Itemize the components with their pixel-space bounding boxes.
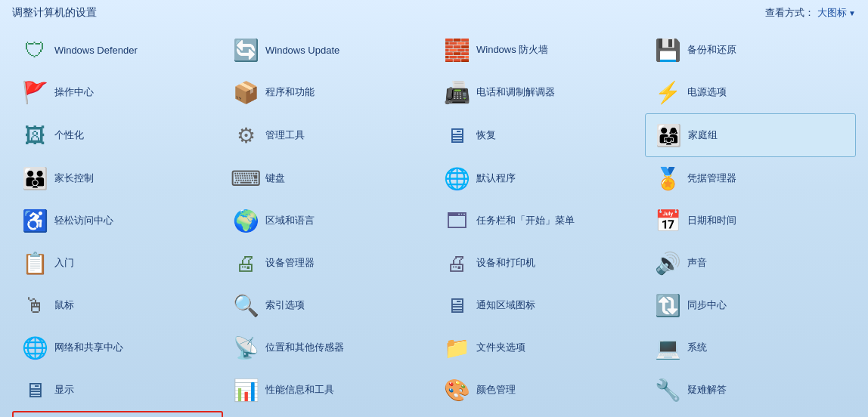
action-label: 操作中心 bbox=[54, 85, 94, 99]
grid-item-devmgr[interactable]: 🖨设备管理器 bbox=[223, 242, 434, 284]
view-mode-dropdown[interactable]: 大图标 ▼ bbox=[817, 6, 856, 20]
grid-item-gadget[interactable]: 🗔桌面小工具 bbox=[434, 411, 645, 417]
location-icon: 📡 bbox=[232, 334, 259, 361]
keyboard-label: 键盘 bbox=[265, 171, 285, 185]
grid-item-system[interactable]: 💻系统 bbox=[645, 326, 856, 369]
admin-icon: ⚙ bbox=[232, 122, 259, 149]
grid-item-credential[interactable]: 🏅凭据管理器 bbox=[645, 157, 856, 199]
view-mode-text: 大图标 bbox=[817, 6, 847, 20]
programs-label: 程序和功能 bbox=[265, 85, 315, 99]
grid-item-perf[interactable]: 📊性能信息和工具 bbox=[223, 369, 434, 411]
grid-item-personalize[interactable]: 🖼个性化 bbox=[12, 113, 223, 157]
grid-item-region[interactable]: 🌍区域和语言 bbox=[223, 199, 434, 242]
update-icon: 🔄 bbox=[232, 36, 259, 63]
personalize-label: 个性化 bbox=[54, 128, 84, 142]
grid-item-user[interactable]: 👤用户帐户 bbox=[12, 411, 223, 417]
defender-label: Windows Defender bbox=[54, 45, 138, 56]
grid-item-parental[interactable]: 👪家长控制 bbox=[12, 157, 223, 199]
grid-item-sound[interactable]: 🔊声音 bbox=[645, 242, 856, 284]
datetime-label: 日期和时间 bbox=[687, 214, 736, 227]
region-label: 区域和语言 bbox=[265, 214, 315, 227]
personalize-icon: 🖼 bbox=[21, 122, 48, 149]
grid-item-update[interactable]: 🔄Windows Update bbox=[223, 29, 434, 71]
phone-icon: 📠 bbox=[443, 79, 470, 106]
folder-label: 文件夹选项 bbox=[476, 341, 525, 354]
trouble-icon: 🔧 bbox=[654, 376, 681, 403]
network-icon: 🌐 bbox=[21, 334, 48, 361]
notify-label: 通知区域图标 bbox=[476, 298, 535, 312]
system-label: 系统 bbox=[687, 341, 707, 354]
grid-item-color[interactable]: 🎨颜色管理 bbox=[434, 369, 645, 411]
recovery-icon: 🖥 bbox=[443, 122, 470, 149]
grid-item-power[interactable]: ⚡电源选项 bbox=[645, 71, 856, 113]
indexing-label: 索引选项 bbox=[265, 298, 305, 312]
devmgr-icon: 🖨 bbox=[232, 249, 259, 276]
grid-item-devprinter[interactable]: 🖨设备和打印机 bbox=[434, 242, 645, 284]
sound-icon: 🔊 bbox=[654, 249, 681, 276]
homegroup-label: 家庭组 bbox=[688, 128, 718, 142]
grid-item-homegroup[interactable]: 👨‍👩‍👧家庭组 bbox=[645, 113, 856, 157]
credential-label: 凭据管理器 bbox=[687, 171, 736, 185]
system-icon: 💻 bbox=[654, 334, 681, 361]
mouse-icon: 🖱 bbox=[21, 292, 48, 319]
view-label: 查看方式： bbox=[765, 6, 814, 20]
power-icon: ⚡ bbox=[654, 79, 681, 106]
trouble-label: 疑难解答 bbox=[687, 383, 727, 397]
grid-item-trouble[interactable]: 🔧疑难解答 bbox=[645, 369, 856, 411]
parental-icon: 👪 bbox=[21, 165, 48, 192]
grid-item-folder[interactable]: 📁文件夹选项 bbox=[434, 326, 645, 369]
grid-item-getstarted[interactable]: 📋入门 bbox=[12, 242, 223, 284]
grid-item-keyboard[interactable]: ⌨键盘 bbox=[223, 157, 434, 199]
grid-item-taskbar[interactable]: 🗔任务栏和「开始」菜单 bbox=[434, 199, 645, 242]
grid-item-speech[interactable]: 🎤语音识别 bbox=[223, 411, 434, 417]
grid-item-ease[interactable]: ♿轻松访问中心 bbox=[12, 199, 223, 242]
recovery-label: 恢复 bbox=[476, 128, 496, 142]
folder-icon: 📁 bbox=[443, 334, 470, 361]
control-panel-grid: 🛡Windows Defender🔄Windows Update🧱Windows… bbox=[0, 23, 868, 417]
grid-item-defender[interactable]: 🛡Windows Defender bbox=[12, 29, 223, 71]
getstarted-label: 入门 bbox=[54, 256, 74, 270]
sound-label: 声音 bbox=[687, 256, 707, 270]
notify-icon: 🖥 bbox=[443, 292, 470, 319]
backup-icon: 💾 bbox=[654, 36, 681, 63]
network-label: 网络和共享中心 bbox=[54, 341, 123, 354]
default-label: 默认程序 bbox=[476, 171, 516, 185]
grid-item-location[interactable]: 📡位置和其他传感器 bbox=[223, 326, 434, 369]
datetime-icon: 📅 bbox=[654, 207, 681, 234]
grid-item-recovery[interactable]: 🖥恢复 bbox=[434, 113, 645, 157]
grid-item-backup[interactable]: 💾备份和还原 bbox=[645, 29, 856, 71]
grid-item-autoplay[interactable]: ▶自动播放 bbox=[645, 411, 856, 417]
getstarted-icon: 📋 bbox=[21, 249, 48, 276]
grid-item-network[interactable]: 🌐网络和共享中心 bbox=[12, 326, 223, 369]
parental-label: 家长控制 bbox=[54, 171, 94, 185]
default-icon: 🌐 bbox=[443, 165, 470, 192]
credential-icon: 🏅 bbox=[654, 165, 681, 192]
grid-item-display[interactable]: 🖥显示 bbox=[12, 369, 223, 411]
grid-item-admin[interactable]: ⚙管理工具 bbox=[223, 113, 434, 157]
defender-icon: 🛡 bbox=[21, 36, 48, 63]
location-label: 位置和其他传感器 bbox=[265, 341, 344, 354]
grid-item-indexing[interactable]: 🔍索引选项 bbox=[223, 284, 434, 326]
update-label: Windows Update bbox=[265, 45, 339, 56]
grid-item-firewall[interactable]: 🧱Windows 防火墙 bbox=[434, 29, 645, 71]
devprinter-label: 设备和打印机 bbox=[476, 256, 535, 270]
top-bar: 调整计算机的设置 查看方式： 大图标 ▼ bbox=[0, 0, 868, 23]
homegroup-icon: 👨‍👩‍👧 bbox=[655, 122, 682, 149]
grid-item-phone[interactable]: 📠电话和调制解调器 bbox=[434, 71, 645, 113]
programs-icon: 📦 bbox=[232, 79, 259, 106]
grid-item-sync[interactable]: 🔃同步中心 bbox=[645, 284, 856, 326]
grid-item-mouse[interactable]: 🖱鼠标 bbox=[12, 284, 223, 326]
firewall-icon: 🧱 bbox=[443, 36, 470, 63]
power-label: 电源选项 bbox=[687, 85, 727, 99]
admin-label: 管理工具 bbox=[265, 128, 305, 142]
ease-icon: ♿ bbox=[21, 207, 48, 234]
firewall-label: Windows 防火墙 bbox=[476, 43, 548, 57]
grid-item-action[interactable]: 🚩操作中心 bbox=[12, 71, 223, 113]
action-icon: 🚩 bbox=[21, 79, 48, 106]
grid-item-notify[interactable]: 🖥通知区域图标 bbox=[434, 284, 645, 326]
backup-label: 备份和还原 bbox=[687, 43, 736, 57]
grid-item-default[interactable]: 🌐默认程序 bbox=[434, 157, 645, 199]
grid-item-datetime[interactable]: 📅日期和时间 bbox=[645, 199, 856, 242]
grid-item-programs[interactable]: 📦程序和功能 bbox=[223, 71, 434, 113]
taskbar-label: 任务栏和「开始」菜单 bbox=[476, 214, 575, 227]
